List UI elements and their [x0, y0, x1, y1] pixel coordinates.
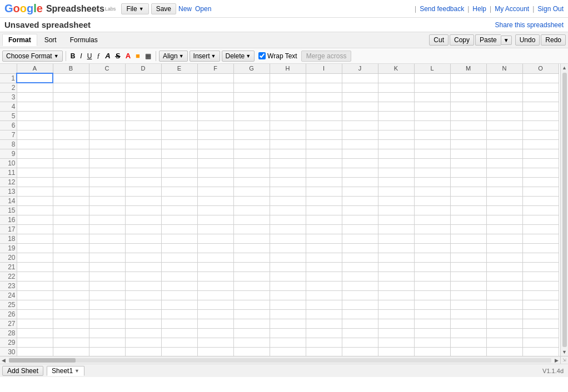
account-link[interactable]: My Account: [495, 5, 529, 13]
cell-D18[interactable]: [125, 234, 161, 243]
cell-A1[interactable]: [17, 73, 53, 83]
cell-A11[interactable]: [17, 168, 53, 177]
cell-I10[interactable]: [306, 158, 342, 168]
cell-I9[interactable]: [306, 149, 342, 158]
cell-N24[interactable]: [486, 290, 522, 300]
cell-A12[interactable]: [17, 177, 53, 187]
cell-N9[interactable]: [486, 149, 522, 158]
cell-B30[interactable]: [53, 347, 89, 356]
cell-K25[interactable]: [378, 300, 414, 309]
cell-K2[interactable]: [378, 83, 414, 92]
cell-M10[interactable]: [450, 158, 486, 168]
cell-H19[interactable]: [270, 243, 306, 253]
cell-E4[interactable]: [161, 102, 197, 111]
cell-D15[interactable]: [125, 205, 161, 215]
strikethrough-button[interactable]: S̶: [114, 52, 122, 61]
cell-G11[interactable]: [233, 168, 270, 177]
cell-L12[interactable]: [414, 177, 450, 187]
wrap-text-label[interactable]: Wrap Text: [267, 52, 297, 60]
cell-E3[interactable]: [161, 92, 197, 102]
cell-M22[interactable]: [450, 272, 486, 281]
cell-E10[interactable]: [161, 158, 197, 168]
cell-N1[interactable]: [486, 73, 522, 83]
cell-D26[interactable]: [125, 309, 161, 319]
cell-M5[interactable]: [450, 111, 486, 120]
cell-D1[interactable]: [125, 73, 161, 83]
cell-L17[interactable]: [414, 224, 450, 234]
cell-N29[interactable]: [486, 338, 522, 347]
help-link[interactable]: Help: [472, 5, 486, 13]
cell-D29[interactable]: [125, 338, 161, 347]
col-header-H[interactable]: H: [270, 64, 306, 73]
cell-H7[interactable]: [270, 130, 306, 139]
cell-H10[interactable]: [270, 158, 306, 168]
cell-C29[interactable]: [89, 338, 125, 347]
bg-color-button[interactable]: ■: [134, 51, 142, 61]
cell-C1[interactable]: [89, 73, 125, 83]
cell-M26[interactable]: [450, 309, 486, 319]
text-color-button[interactable]: A: [124, 51, 132, 61]
cell-O4[interactable]: [522, 102, 559, 111]
cell-D8[interactable]: [125, 139, 161, 149]
cell-H30[interactable]: [270, 347, 306, 356]
cell-C20[interactable]: [89, 253, 125, 262]
share-button[interactable]: Share this spreadsheet: [495, 21, 564, 29]
cell-M8[interactable]: [450, 139, 486, 149]
cell-F9[interactable]: [197, 149, 233, 158]
cell-F2[interactable]: [197, 83, 233, 92]
cell-K21[interactable]: [378, 262, 414, 272]
cell-A17[interactable]: [17, 224, 53, 234]
cell-K22[interactable]: [378, 272, 414, 281]
cell-A25[interactable]: [17, 300, 53, 309]
cell-L8[interactable]: [414, 139, 450, 149]
align-button[interactable]: Align ▼: [159, 51, 188, 62]
paste-dropdown-button[interactable]: ▼: [501, 36, 512, 45]
cell-N19[interactable]: [486, 243, 522, 253]
cell-A22[interactable]: [17, 272, 53, 281]
cell-E22[interactable]: [161, 272, 197, 281]
cell-M27[interactable]: [450, 319, 486, 328]
cell-H22[interactable]: [270, 272, 306, 281]
cell-B27[interactable]: [53, 319, 89, 328]
cell-A28[interactable]: [17, 328, 53, 338]
col-header-C[interactable]: C: [89, 64, 125, 73]
cell-E14[interactable]: [161, 196, 197, 205]
cell-N25[interactable]: [486, 300, 522, 309]
cell-H18[interactable]: [270, 234, 306, 243]
cell-G7[interactable]: [233, 130, 270, 139]
cell-K19[interactable]: [378, 243, 414, 253]
cell-A21[interactable]: [17, 262, 53, 272]
cell-E7[interactable]: [161, 130, 197, 139]
cell-E30[interactable]: [161, 347, 197, 356]
cell-O19[interactable]: [522, 243, 559, 253]
cell-M16[interactable]: [450, 215, 486, 224]
font-button[interactable]: ƒ: [95, 51, 102, 61]
cell-J9[interactable]: [342, 149, 378, 158]
cell-B2[interactable]: [53, 83, 89, 92]
cell-M19[interactable]: [450, 243, 486, 253]
cell-K29[interactable]: [378, 338, 414, 347]
cell-M24[interactable]: [450, 290, 486, 300]
tab-formulas[interactable]: Formulas: [64, 34, 104, 46]
cell-H29[interactable]: [270, 338, 306, 347]
cell-E27[interactable]: [161, 319, 197, 328]
cell-I23[interactable]: [306, 281, 342, 290]
save-button[interactable]: Save: [151, 3, 176, 14]
cell-N15[interactable]: [486, 205, 522, 215]
cell-K12[interactable]: [378, 177, 414, 187]
cell-K11[interactable]: [378, 168, 414, 177]
cell-A5[interactable]: [17, 111, 53, 120]
scroll-down-arrow[interactable]: ▼: [562, 349, 567, 355]
cell-A3[interactable]: [17, 92, 53, 102]
cell-B3[interactable]: [53, 92, 89, 102]
cell-O2[interactable]: [522, 83, 559, 92]
cell-I22[interactable]: [306, 272, 342, 281]
cell-I18[interactable]: [306, 234, 342, 243]
cell-D27[interactable]: [125, 319, 161, 328]
cell-G28[interactable]: [233, 328, 270, 338]
cell-K20[interactable]: [378, 253, 414, 262]
cell-H14[interactable]: [270, 196, 306, 205]
cell-J17[interactable]: [342, 224, 378, 234]
merge-across-button[interactable]: Merge across: [301, 51, 352, 62]
cell-B12[interactable]: [53, 177, 89, 187]
